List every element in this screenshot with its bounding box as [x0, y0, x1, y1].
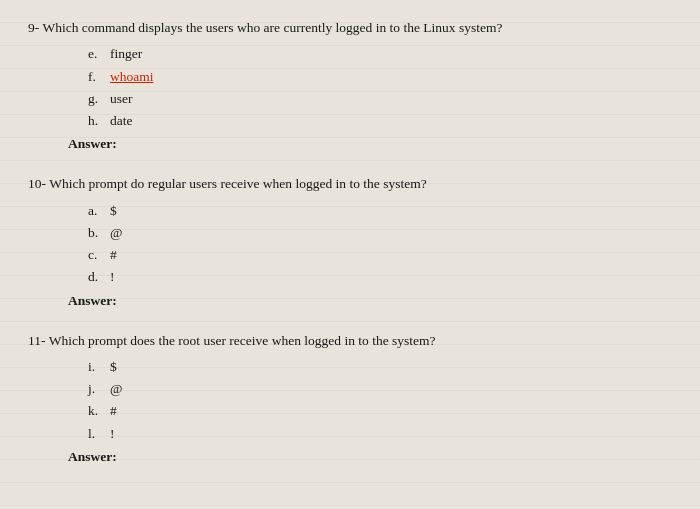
question-main-text-1: Which command displays the users who are…: [42, 20, 502, 35]
option-row-3-2: j.@: [88, 378, 672, 400]
question-number-3: 11-: [28, 333, 49, 348]
option-row-2-1: a.$: [88, 200, 672, 222]
option-text-2-2: @: [110, 222, 122, 244]
question-block-1: 9- Which command displays the users who …: [28, 18, 672, 152]
option-row-1-4: h.date: [88, 110, 672, 132]
option-letter-1-3: g.: [88, 88, 110, 110]
option-letter-3-3: k.: [88, 400, 110, 422]
option-row-3-3: k.#: [88, 400, 672, 422]
option-row-3-4: l.!: [88, 423, 672, 445]
question-text-2: 10- Which prompt do regular users receiv…: [28, 174, 672, 194]
option-letter-2-2: b.: [88, 222, 110, 244]
option-letter-2-4: d.: [88, 266, 110, 288]
options-3: i.$j.@k.#l.!: [88, 356, 672, 445]
option-letter-3-1: i.: [88, 356, 110, 378]
answer-label-2: Answer:: [68, 293, 672, 309]
question-text-1: 9- Which command displays the users who …: [28, 18, 672, 38]
option-text-2-1: $: [110, 200, 117, 222]
option-text-3-2: @: [110, 378, 122, 400]
option-letter-1-4: h.: [88, 110, 110, 132]
option-text-3-1: $: [110, 356, 117, 378]
option-letter-3-4: l.: [88, 423, 110, 445]
option-row-1-2: f.whoami: [88, 66, 672, 88]
option-text-1-4: date: [110, 110, 133, 132]
option-letter-2-1: a.: [88, 200, 110, 222]
question-text-3: 11- Which prompt does the root user rece…: [28, 331, 672, 351]
page: 9- Which command displays the users who …: [0, 0, 700, 505]
option-text-2-3: #: [110, 244, 117, 266]
option-text-1-3: user: [110, 88, 133, 110]
option-row-1-3: g.user: [88, 88, 672, 110]
option-row-2-2: b.@: [88, 222, 672, 244]
option-row-1-1: e.finger: [88, 43, 672, 65]
option-text-3-4: !: [110, 423, 115, 445]
option-letter-2-3: c.: [88, 244, 110, 266]
option-row-3-1: i.$: [88, 356, 672, 378]
question-block-3: 11- Which prompt does the root user rece…: [28, 331, 672, 465]
question-number-2: 10-: [28, 176, 49, 191]
options-1: e.fingerf.whoamig.userh.date: [88, 43, 672, 132]
question-block-2: 10- Which prompt do regular users receiv…: [28, 174, 672, 308]
option-text-1-2: whoami: [110, 66, 154, 88]
question-number-1: 9-: [28, 20, 42, 35]
option-letter-1-1: e.: [88, 43, 110, 65]
answer-label-3: Answer:: [68, 449, 672, 465]
question-main-text-3: Which prompt does the root user receive …: [49, 333, 436, 348]
options-2: a.$b.@c.#d.!: [88, 200, 672, 289]
option-text-1-1: finger: [110, 43, 142, 65]
option-letter-3-2: j.: [88, 378, 110, 400]
answer-label-1: Answer:: [68, 136, 672, 152]
option-row-2-3: c.#: [88, 244, 672, 266]
option-letter-1-2: f.: [88, 66, 110, 88]
question-main-text-2: Which prompt do regular users receive wh…: [49, 176, 427, 191]
option-text-3-3: #: [110, 400, 117, 422]
option-text-2-4: !: [110, 266, 115, 288]
option-row-2-4: d.!: [88, 266, 672, 288]
